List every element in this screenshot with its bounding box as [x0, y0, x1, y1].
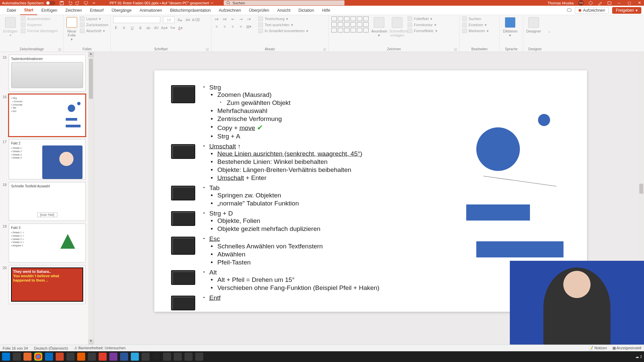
new-slide-button[interactable]: Neue Folie▾	[66, 16, 77, 42]
shape-rectangle-2[interactable]	[476, 241, 564, 257]
justify-icon[interactable]: ≡	[238, 24, 244, 29]
tab-review[interactable]: Überprüfen	[245, 6, 273, 15]
taskbar-app3[interactable]	[99, 353, 107, 361]
record-button[interactable]: Aufzeichnen	[575, 7, 609, 14]
case-icon[interactable]: Aa▾	[162, 25, 167, 31]
bold-icon[interactable]: F	[113, 25, 119, 31]
quick-styles-button[interactable]: Schnellformat-vorlagen	[389, 16, 405, 37]
thumb-slide-15[interactable]: Tastenkombinationen	[9, 55, 86, 92]
pen-icon[interactable]	[598, 1, 602, 5]
taskbar-app4[interactable]	[142, 353, 150, 361]
taskbar-app6[interactable]	[174, 353, 182, 361]
decrease-font-icon[interactable]: A▾	[185, 17, 191, 22]
shape-circle-large[interactable]	[476, 127, 520, 171]
tab-home[interactable]: Start	[20, 6, 37, 15]
user-name[interactable]: Thomas Hruska	[547, 1, 574, 5]
increase-font-icon[interactable]: A▴	[177, 17, 182, 22]
select-button[interactable]: Markieren ▾	[462, 28, 489, 33]
tab-view[interactable]: Ansicht	[273, 6, 294, 15]
spacing-icon[interactable]: AV	[154, 25, 159, 31]
format-painter-button[interactable]: Format übertragen	[21, 28, 58, 33]
find-button[interactable]: Suchen	[462, 16, 489, 21]
designer-button[interactable]: Designer	[526, 16, 541, 33]
underline-icon[interactable]: U	[129, 25, 135, 31]
diamond-icon[interactable]	[588, 1, 593, 5]
shape-circle-small[interactable]	[538, 114, 550, 126]
tab-slideshow[interactable]: Bildschirmpräsentation	[166, 6, 215, 15]
status-language[interactable]: Deutsch (Österreich)	[34, 346, 68, 350]
more-icon[interactable]	[92, 1, 96, 5]
taskbar-visio[interactable]	[120, 353, 128, 361]
redo-icon[interactable]	[75, 1, 80, 5]
reset-button[interactable]: Zurücksetzen	[80, 22, 108, 27]
status-accessibility[interactable]: ⚠ Barrierefreiheit: Untersuchen	[74, 346, 126, 350]
tab-file[interactable]: Datei	[3, 6, 20, 15]
smartart-button[interactable]: In SmartArt konvertieren ▾	[258, 28, 308, 33]
dictate-button[interactable]: Diktieren▾	[502, 16, 518, 38]
tab-draw[interactable]: Zeichnen	[61, 6, 86, 15]
columns-icon[interactable]: ▥▾	[246, 24, 252, 29]
tab-transitions[interactable]: Übergänge	[108, 6, 136, 15]
thumb-slide-19[interactable]: Fakt 3 • Details 1 ✓• Details 2 ✓• Detai…	[9, 224, 86, 262]
window-icon[interactable]	[607, 1, 612, 5]
thumb-slide-17[interactable]: Fakt 2 • Details 1• Details 2• Details 3…	[9, 139, 86, 179]
tab-insert[interactable]: Einfügen	[37, 6, 61, 15]
tab-animations[interactable]: Animationen	[136, 6, 166, 15]
undo-icon[interactable]	[67, 1, 72, 5]
align-right-icon[interactable]: ≡	[230, 24, 235, 29]
taskbar-vlc[interactable]	[77, 353, 85, 361]
present-icon[interactable]	[84, 1, 88, 5]
align-center-icon[interactable]: ≡	[222, 24, 227, 29]
title-dropdown-icon[interactable]	[210, 1, 214, 5]
tab-dictation[interactable]: Dictation	[294, 6, 318, 15]
highlight-icon[interactable]: ✎▾	[170, 25, 175, 31]
tray-weather[interactable]: ☁ 2	[635, 355, 642, 359]
taskbar-firefox[interactable]	[23, 353, 32, 361]
font-name-combo[interactable]	[113, 16, 160, 23]
line-spacing-icon[interactable]: ↕▾	[246, 16, 252, 22]
shape-fill-button[interactable]: Fülleffekt ▾	[408, 16, 437, 21]
status-slide-counter[interactable]: Folie 16 von 24	[3, 346, 28, 350]
comments-icon[interactable]	[567, 8, 572, 13]
taskbar-chrome[interactable]	[34, 353, 42, 361]
search-box[interactable]: Suchen	[224, 0, 344, 5]
italic-icon[interactable]: K	[121, 25, 127, 31]
font-color-icon[interactable]: A▾	[178, 25, 183, 31]
status-notes[interactable]: 📝 Notizen	[589, 346, 607, 350]
user-avatar[interactable]: TH	[578, 0, 584, 6]
tab-record[interactable]: Aufzeichnen	[215, 6, 245, 15]
shape-rectangle-1[interactable]	[466, 204, 530, 221]
taskbar-edge[interactable]	[45, 353, 53, 361]
align-left-icon[interactable]: ≡	[214, 24, 219, 29]
strikethrough-icon[interactable]: S̶	[138, 25, 143, 31]
thumb-slide-16[interactable]: ▪ Strg • Zoomen▪ Umschalt▪ Tab▪ Esc	[9, 94, 86, 136]
paste-button[interactable]: Einfügen▾	[3, 16, 18, 38]
thumb-slide-18[interactable]: Schnelle Textfeld Auswahl [Kein Titel]	[9, 182, 86, 221]
status-display-settings[interactable]: ▦ Anzeigeeinstell	[612, 346, 641, 350]
scroll-down-icon[interactable]: ▼	[88, 339, 94, 345]
taskbar-explorer[interactable]	[13, 353, 21, 361]
scroll-up-icon[interactable]: ▲	[88, 52, 94, 57]
copy-button[interactable]: Kopieren	[21, 22, 58, 27]
shape-outline-button[interactable]: Formkontur ▾	[408, 22, 437, 27]
align-text-button[interactable]: Text ausrichten ▾	[258, 22, 308, 27]
tab-design[interactable]: Entwurf	[86, 6, 108, 15]
font-size-combo[interactable]: 14	[163, 16, 174, 23]
text-direction-button[interactable]: Textrichtung ▾	[258, 16, 308, 21]
autosave-toggle[interactable]	[46, 1, 55, 5]
close-button[interactable]: ✕	[637, 1, 642, 5]
drawing-dialog-icon[interactable]: ◱	[454, 48, 457, 51]
cut-button[interactable]: Ausschneiden	[21, 16, 58, 21]
font-dialog-icon[interactable]: ◱	[206, 48, 209, 51]
save-icon[interactable]	[59, 1, 64, 5]
share-button[interactable]: Freigeben▾	[612, 7, 641, 14]
arrange-button[interactable]: Anordnen▾	[371, 16, 387, 38]
tab-help[interactable]: Hilfe	[318, 6, 334, 15]
shape-effects-button[interactable]: Formeffekte ▾	[408, 28, 437, 33]
scroll-thumb[interactable]	[89, 59, 93, 99]
clear-format-icon[interactable]: A⌫	[193, 17, 199, 22]
taskbar-app8[interactable]	[195, 353, 203, 361]
thumbnail-scrollbar[interactable]: ▲ ▼	[88, 52, 94, 345]
shadow-icon[interactable]: ab	[146, 25, 151, 31]
taskbar-onenote[interactable]	[109, 353, 117, 361]
